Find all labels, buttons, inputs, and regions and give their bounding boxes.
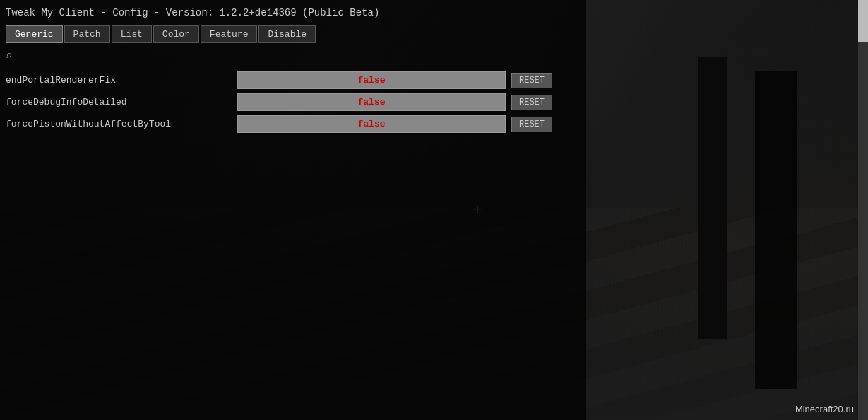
config-value-1[interactable]: false (237, 93, 506, 111)
scrollbar-thumb[interactable] (858, 0, 868, 42)
config-value-2[interactable]: false (237, 115, 506, 133)
config-label-2: forcePistonWithoutAffectByTool (6, 119, 232, 129)
tab-list[interactable]: List (112, 25, 152, 43)
tab-feature[interactable]: Feature (201, 25, 258, 43)
tab-generic[interactable]: Generic (6, 25, 63, 43)
tab-patch[interactable]: Patch (64, 25, 110, 43)
tab-disable[interactable]: Disable (258, 25, 316, 43)
tab-bar: Generic Patch List Color Feature Disable (6, 25, 581, 43)
tab-color[interactable]: Color (153, 25, 199, 43)
reset-button-2[interactable]: RESET (511, 117, 552, 132)
config-label-1: forceDebugInfoDetailed (6, 97, 232, 107)
config-value-0[interactable]: false (237, 71, 506, 89)
search-icon: ⌕ (6, 49, 13, 63)
reset-button-1[interactable]: RESET (511, 95, 552, 110)
tree-pillar-2 (755, 71, 797, 389)
search-input[interactable] (16, 51, 157, 62)
config-label-0: endPortalRendererFix (6, 75, 232, 86)
config-panel: Tweak My Client - Config - Version: 1.2.… (0, 0, 586, 420)
watermark: Minecraft20.ru (795, 404, 854, 414)
search-bar: ⌕ (6, 49, 581, 63)
reset-button-0[interactable]: RESET (511, 73, 552, 88)
scrollbar[interactable] (858, 0, 868, 420)
config-row-2: forcePistonWithoutAffectByTool false RES… (6, 114, 581, 134)
config-row-0: endPortalRendererFix false RESET (6, 70, 581, 91)
window-title: Tweak My Client - Config - Version: 1.2.… (6, 6, 581, 20)
tree-pillar-1 (698, 57, 727, 339)
config-row-1: forceDebugInfoDetailed false RESET (6, 92, 581, 112)
config-list: endPortalRendererFix false RESET forceDe… (6, 70, 581, 134)
